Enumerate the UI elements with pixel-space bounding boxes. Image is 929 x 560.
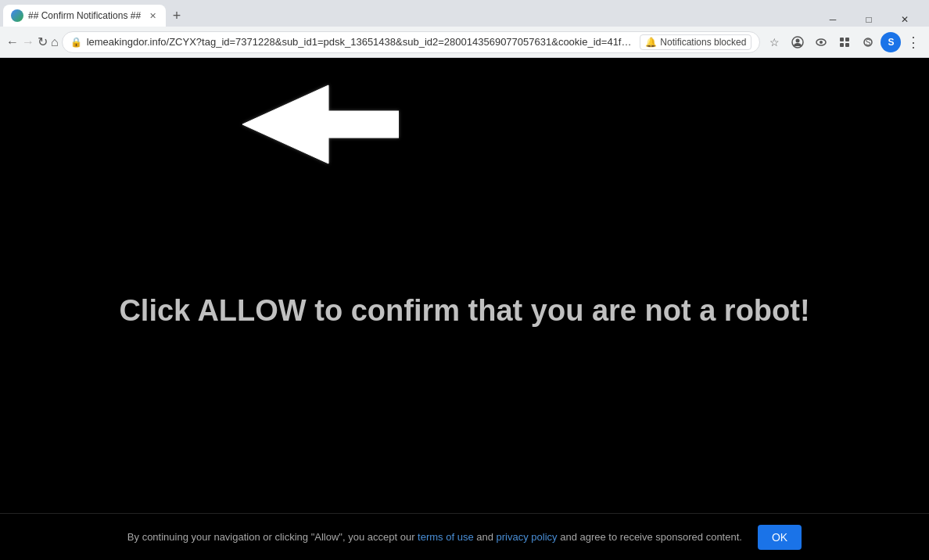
svg-point-1 <box>796 38 800 42</box>
profile-icon-btn[interactable] <box>787 31 809 53</box>
tab-title: ## Confirm Notifications ## <box>28 10 141 21</box>
disclaimer-bar: By continuing your navigation or clickin… <box>0 513 929 560</box>
privacy-link[interactable]: privacy policy <box>497 531 558 543</box>
extensions-button[interactable] <box>834 31 855 53</box>
disclaimer-after: and agree to receive sponsored content. <box>558 531 742 543</box>
notifications-blocked-label: Notifications blocked <box>660 37 746 48</box>
arrow-container <box>242 81 399 171</box>
notifications-blocked-badge: 🔔 Notifications blocked <box>640 34 751 50</box>
active-tab[interactable]: ## Confirm Notifications ## ✕ <box>3 5 166 27</box>
title-bar: ## Confirm Notifications ## ✕ + ─ □ ✕ <box>0 0 929 27</box>
tab-close-button[interactable]: ✕ <box>145 9 160 23</box>
ok-button[interactable]: OK <box>758 525 802 550</box>
profile-avatar[interactable]: S <box>881 32 901 52</box>
disclaimer-text: By continuing your navigation or clickin… <box>127 529 742 545</box>
browser-window: ## Confirm Notifications ## ✕ + ─ □ ✕ ← … <box>0 0 929 560</box>
svg-rect-6 <box>840 43 844 47</box>
svg-rect-5 <box>845 38 849 41</box>
address-bar[interactable]: 🔒 lemeakingdor.info/ZCYX?tag_id=7371228&… <box>62 31 761 53</box>
tab-strip: ## Confirm Notifications ## ✕ + <box>3 5 809 27</box>
svg-rect-4 <box>840 38 844 41</box>
url-display: lemeakingdor.info/ZCYX?tag_id=7371228&su… <box>87 36 633 48</box>
page-content: Click ALLOW to confirm that you are not … <box>0 58 929 560</box>
svg-text:S: S <box>866 38 871 47</box>
forward-button[interactable]: → <box>22 30 34 55</box>
svg-marker-10 <box>242 85 399 163</box>
svg-rect-7 <box>845 43 849 47</box>
sync-button[interactable]: S <box>857 31 879 53</box>
terms-link[interactable]: terms of use <box>418 531 474 543</box>
main-heading: Click ALLOW to confirm that you are not … <box>119 294 809 328</box>
nav-icon-group: ☆ <box>763 31 924 53</box>
lock-icon: 🔒 <box>70 37 82 48</box>
disclaimer-and: and <box>474 531 497 543</box>
left-arrow-icon <box>242 81 399 167</box>
bookmark-button[interactable]: ☆ <box>763 31 785 53</box>
svg-point-3 <box>820 41 823 44</box>
eye-button[interactable] <box>810 31 832 53</box>
navigation-bar: ← → ↻ ⌂ 🔒 lemeakingdor.info/ZCYX?tag_id=… <box>0 27 929 58</box>
tab-favicon <box>11 9 23 22</box>
more-menu-button[interactable]: ⋮ <box>902 31 924 53</box>
home-button[interactable]: ⌂ <box>51 30 59 55</box>
main-heading-text: Click ALLOW to confirm that you are not … <box>119 294 809 327</box>
bell-icon: 🔔 <box>645 37 657 48</box>
disclaimer-before: By continuing your navigation or clickin… <box>127 531 418 543</box>
profile-initial: S <box>888 37 894 48</box>
refresh-button[interactable]: ↻ <box>38 30 48 55</box>
back-button[interactable]: ← <box>6 30 19 55</box>
new-tab-button[interactable]: + <box>166 5 188 27</box>
